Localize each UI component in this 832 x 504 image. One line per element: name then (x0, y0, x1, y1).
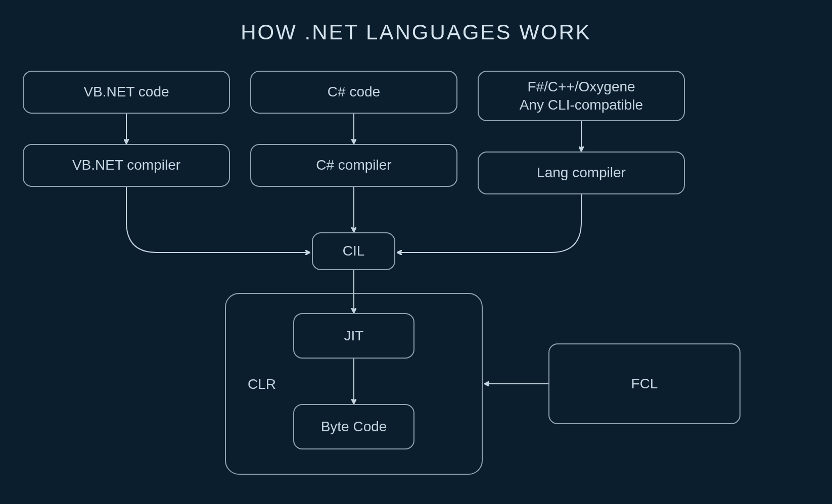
node-label-line1: F#/C++/Oxygene (527, 78, 635, 96)
node-label: VB.NET compiler (72, 156, 180, 174)
node-csharp-compiler: C# compiler (250, 144, 457, 187)
node-label: C# code (328, 83, 380, 101)
node-cil: CIL (312, 232, 395, 270)
node-byte-code: Byte Code (293, 404, 414, 449)
node-label-line2: Any CLI-compatible (520, 96, 643, 114)
node-fcl: FCL (548, 343, 741, 424)
node-label: C# compiler (316, 156, 391, 174)
diagram-title: HOW .NET LANGUAGES WORK (0, 20, 832, 44)
node-label: FCL (631, 375, 658, 393)
node-label: CIL (343, 242, 365, 260)
node-lang-compiler: Lang compiler (478, 152, 685, 194)
node-other-code: F#/C++/Oxygene Any CLI-compatible (478, 71, 685, 121)
node-label: Byte Code (321, 418, 387, 436)
node-label: VB.NET code (83, 83, 169, 101)
node-vbnet-code: VB.NET code (23, 71, 230, 114)
node-clr-label: CLR (248, 376, 276, 392)
node-label: JIT (344, 327, 364, 345)
node-vbnet-compiler: VB.NET compiler (23, 144, 230, 187)
node-label: Lang compiler (537, 164, 626, 182)
node-csharp-code: C# code (250, 71, 457, 114)
node-jit: JIT (293, 313, 414, 359)
